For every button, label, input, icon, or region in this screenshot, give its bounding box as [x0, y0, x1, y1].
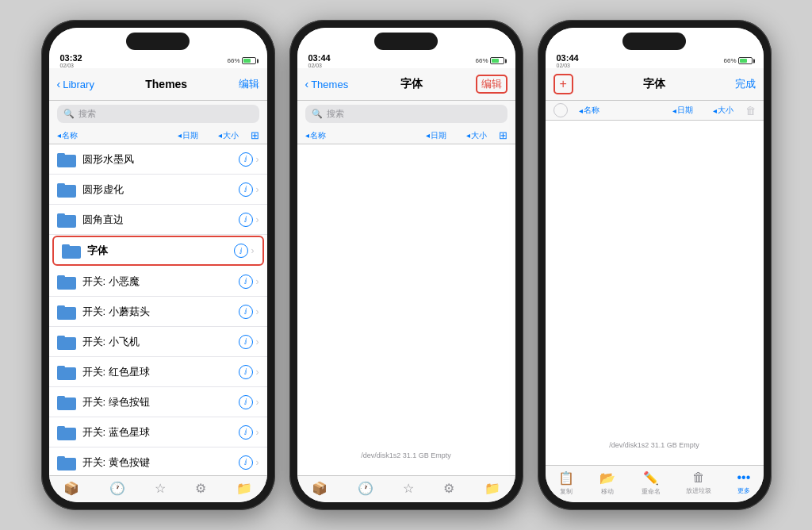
tab-files-2[interactable]: 📁: [485, 481, 500, 496]
chevron-right-icon: ›: [256, 397, 259, 408]
status-icons-2: 66%: [475, 53, 504, 68]
battery-icon-1: [242, 57, 256, 64]
history-icon-1: 🕐: [109, 481, 125, 496]
info-btn[interactable]: ⅈ: [239, 455, 253, 470]
file-item-1-1[interactable]: 圆形虚化 ⅈ ›: [49, 175, 267, 205]
info-btn[interactable]: ⅈ: [239, 213, 253, 227]
svg-rect-11: [57, 305, 65, 309]
nav-row-1: ‹ Library Themes 编辑: [57, 73, 259, 95]
col-name-3[interactable]: ◂名称: [579, 105, 668, 116]
file-item-1-8[interactable]: 开关: 绿色按钮 ⅈ ›: [49, 387, 267, 417]
info-btn[interactable]: ⅈ: [239, 305, 253, 319]
tab-recents-1[interactable]: 📦: [63, 481, 79, 496]
recents-icon-1: 📦: [63, 481, 79, 496]
copy-icon: 📋: [558, 470, 574, 486]
info-btn[interactable]: ⅈ: [239, 182, 253, 197]
file-item-1-3-highlighted[interactable]: 字体 ⅈ ›: [52, 236, 264, 266]
phone-2-notch: 03:44 02/03 66%: [297, 28, 515, 68]
info-btn[interactable]: ⅈ: [234, 244, 248, 258]
folder-icon: [57, 394, 76, 410]
folder-icon: [57, 455, 76, 470]
col-date-3[interactable]: ◂日期: [672, 105, 708, 116]
settings-icon-2: ⚙: [443, 481, 454, 496]
action-copy[interactable]: 📋 复制: [558, 470, 574, 496]
status-icons-3: 66%: [723, 53, 752, 68]
folder-icon: [57, 334, 76, 350]
file-item-1-10[interactable]: 开关: 黄色按键 ⅈ ›: [49, 447, 267, 475]
search-bar-1: 🔍 搜索: [49, 101, 267, 127]
file-item-1-5[interactable]: 开关: 小蘑菇头 ⅈ ›: [49, 297, 267, 327]
action-more[interactable]: ••• 更多: [737, 470, 750, 496]
file-item-1-6[interactable]: 开关: 小飞机 ⅈ ›: [49, 327, 267, 357]
svg-rect-1: [57, 153, 65, 156]
info-btn[interactable]: ⅈ: [239, 335, 253, 349]
svg-rect-4: [57, 215, 76, 228]
action-rename[interactable]: ✏️ 重命名: [642, 470, 661, 496]
nav-row-2: ‹ Themes 字体 编辑: [305, 73, 508, 95]
tab-settings-2[interactable]: ⚙: [443, 481, 454, 496]
tab-recents-2[interactable]: 📦: [312, 481, 327, 496]
info-btn[interactable]: ⅈ: [239, 365, 253, 379]
col-size-3[interactable]: ◂大小: [713, 105, 741, 116]
file-item-1-9[interactable]: 开关: 蓝色星球 ⅈ ›: [49, 417, 267, 447]
col-date-1[interactable]: ◂日期: [178, 130, 213, 141]
phone-1-notch: 03:32 02/03 66%: [49, 28, 267, 68]
col-size-1[interactable]: ◂大小: [218, 130, 246, 141]
file-item-1-4[interactable]: 开关: 小恶魔 ⅈ ›: [49, 267, 267, 297]
nav-plus-button[interactable]: +: [553, 74, 573, 94]
file-item-1-0[interactable]: 圆形水墨风 ⅈ ›: [49, 144, 267, 175]
tab-bar-1: 📦 🕐 ☆ ⚙ 📁: [49, 475, 267, 502]
empty-file-list-2: /dev/disk1s2 31.1 GB Empty: [297, 144, 515, 475]
svg-rect-20: [57, 458, 76, 470]
settings-icon-1: ⚙: [195, 481, 206, 496]
col-size-2[interactable]: ◂大小: [466, 130, 494, 141]
nav-title-3: 字体: [643, 77, 665, 91]
status-bar-1: 03:32 02/03 66%: [49, 53, 267, 68]
svg-rect-18: [57, 428, 76, 440]
phone-3: 03:44 02/03 66% + 字体: [538, 20, 772, 510]
chevron-right-icon: ›: [256, 457, 259, 468]
tab-files-1[interactable]: 📁: [236, 481, 252, 496]
nav-back-2[interactable]: ‹ Themes: [305, 78, 349, 90]
view-toggle-icon-2[interactable]: ⊞: [499, 129, 508, 141]
svg-rect-13: [57, 336, 65, 339]
tab-history-2[interactable]: 🕐: [358, 481, 373, 496]
select-all-checkbox[interactable]: [553, 103, 568, 117]
file-item-1-7[interactable]: 开关: 红色星球 ⅈ ›: [49, 357, 267, 387]
tab-favorites-1[interactable]: ☆: [155, 481, 166, 496]
view-toggle-icon-1[interactable]: ⊞: [251, 129, 259, 141]
col-date-2[interactable]: ◂日期: [426, 130, 462, 141]
search-input-wrap-2[interactable]: 🔍 搜索: [305, 105, 508, 123]
tab-settings-1[interactable]: ⚙: [195, 481, 206, 496]
action-move[interactable]: 📂 移动: [599, 470, 615, 496]
nav-action-2[interactable]: 编辑: [476, 75, 508, 94]
nav-action-3[interactable]: 完成: [735, 77, 756, 91]
info-btn[interactable]: ⅈ: [239, 395, 253, 409]
chevron-right-icon: ›: [256, 184, 259, 195]
chevron-right-icon: ›: [256, 306, 259, 317]
folder-icon: [57, 304, 76, 320]
info-btn[interactable]: ⅈ: [239, 152, 253, 167]
nav-bar-3: + 字体 完成: [546, 68, 764, 101]
tab-history-1[interactable]: 🕐: [109, 481, 125, 496]
nav-action-1[interactable]: 编辑: [239, 77, 259, 91]
search-input-wrap-1[interactable]: 🔍 搜索: [57, 105, 259, 123]
phone-3-notch: 03:44 02/03 66%: [546, 28, 764, 68]
col-headers-2: ◂名称 ◂日期 ◂大小 ⊞: [297, 127, 515, 144]
tab-favorites-2[interactable]: ☆: [403, 481, 414, 496]
action-trash[interactable]: 🗑 放进垃圾: [686, 470, 711, 496]
svg-rect-6: [62, 246, 81, 259]
info-btn[interactable]: ⅈ: [239, 425, 253, 440]
status-bar-3: 03:44 02/03 66%: [546, 53, 764, 68]
nav-back-1[interactable]: ‹ Library: [57, 78, 94, 90]
search-icon-1: 🔍: [63, 109, 75, 119]
svg-rect-19: [57, 426, 65, 429]
svg-rect-15: [57, 366, 65, 369]
col-name-1[interactable]: ◂ 名称: [57, 130, 173, 141]
nav-bar-2: ‹ Themes 字体 编辑: [297, 68, 515, 101]
search-placeholder-1: 搜索: [79, 108, 96, 120]
col-delete-icon: 🗑: [745, 105, 756, 117]
file-item-1-2[interactable]: 圆角直边 ⅈ ›: [49, 205, 267, 235]
info-btn[interactable]: ⅈ: [239, 275, 253, 289]
col-name-2[interactable]: ◂名称: [305, 130, 421, 141]
